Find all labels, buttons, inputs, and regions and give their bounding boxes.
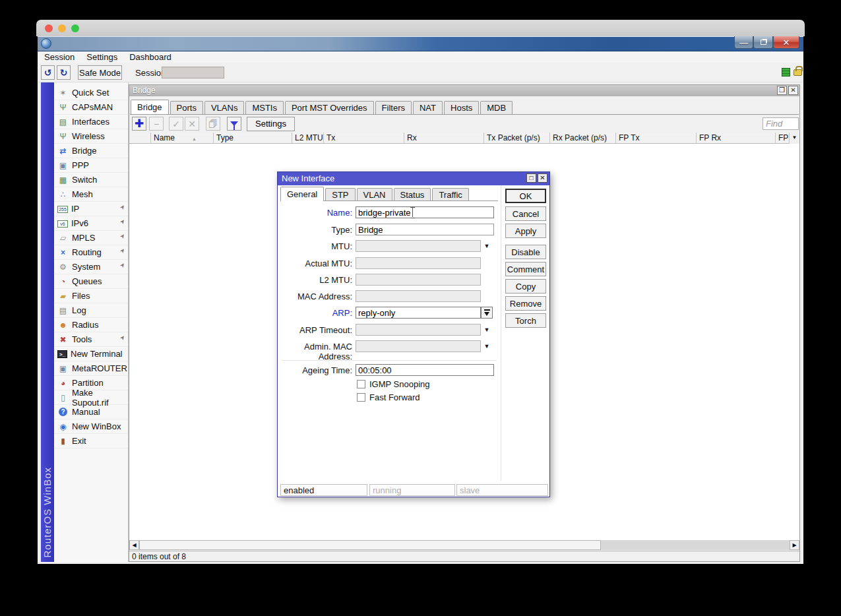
arp-dropdown-button[interactable] (481, 307, 493, 319)
column-tx-packet[interactable]: Tx Packet (p/s) (484, 133, 550, 144)
app-titlebar[interactable] (38, 36, 803, 51)
tab-mdb[interactable]: MDB (480, 101, 513, 114)
column-type[interactable]: Type (214, 133, 292, 144)
minimize-button[interactable]: — (734, 36, 753, 49)
filter-button[interactable] (227, 117, 241, 131)
admin-mac-dropdown-icon[interactable]: ▼ (482, 343, 492, 350)
tab-hosts[interactable]: Hosts (444, 101, 479, 114)
dialog-maximize-button[interactable]: □ (526, 173, 536, 183)
maximize-button[interactable] (753, 36, 773, 49)
macos-close-icon[interactable] (45, 24, 53, 32)
sidebar-item-files[interactable]: ▰Files (54, 289, 128, 303)
macos-zoom-icon[interactable] (71, 24, 79, 32)
column-name[interactable]: Name▲ (151, 133, 214, 144)
column-chooser-button[interactable]: ▼ (789, 133, 799, 144)
sidebar-item-new-terminal[interactable]: >_New Terminal (54, 347, 128, 361)
sidebar-item-bridge[interactable]: ⇄Bridge (54, 144, 128, 158)
remove-item-button[interactable]: − (149, 117, 164, 131)
redo-button[interactable]: ↻ (57, 65, 71, 80)
safe-mode-button[interactable]: Safe Mode (78, 65, 122, 80)
settings-button[interactable]: Settings (247, 117, 295, 131)
scrollbar-thumb[interactable] (139, 540, 601, 550)
tab-port-mst-overrides[interactable]: Port MST Overrides (285, 101, 374, 114)
sidebar-item-wireless[interactable]: ΨWireless (54, 129, 128, 144)
sidebar-item-mesh[interactable]: ∴Mesh (54, 187, 128, 202)
tab-status[interactable]: Status (394, 188, 431, 201)
comment-button[interactable]: Comment (505, 262, 546, 276)
sidebar-item-switch[interactable]: ▦Switch (54, 173, 128, 187)
bridge-restore-button[interactable]: ❐ (777, 86, 787, 95)
actual-mtu-input[interactable] (356, 257, 481, 269)
scroll-left-arrow[interactable]: ◀ (129, 540, 139, 550)
sidebar-item-make-supout[interactable]: ▯Make Supout.rif (54, 390, 128, 405)
disable-item-button[interactable]: ✕ (185, 117, 199, 131)
column-fp-tx[interactable]: FP Tx (616, 133, 697, 144)
sidebar-item-mpls[interactable]: ▱MPLS➤ (54, 231, 128, 245)
bridge-close-button[interactable]: ✕ (788, 86, 798, 95)
admin-mac-input[interactable] (356, 340, 481, 352)
undo-button[interactable]: ↺ (41, 65, 55, 80)
mtu-input[interactable] (356, 240, 481, 252)
sidebar-item-queues[interactable]: ◔Queues (54, 274, 128, 289)
torch-button[interactable]: Torch (505, 313, 546, 328)
arp-timeout-input[interactable] (356, 324, 481, 336)
tab-vlans[interactable]: VLANs (204, 101, 244, 114)
apply-button[interactable]: Apply (505, 224, 546, 238)
tab-filters[interactable]: Filters (375, 101, 412, 114)
menu-dashboard[interactable]: Dashboard (123, 51, 177, 63)
arp-select[interactable] (356, 307, 481, 319)
add-button[interactable]: ✚ (132, 117, 146, 131)
name-input[interactable] (356, 206, 494, 218)
copy-button[interactable]: Copy (505, 279, 546, 293)
tab-traffic[interactable]: Traffic (432, 188, 468, 201)
remove-button[interactable]: Remove (505, 296, 546, 311)
tab-ports[interactable]: Ports (170, 101, 203, 114)
bridge-window-titlebar[interactable]: Bridge (129, 85, 799, 96)
mtu-dropdown-icon[interactable]: ▼ (482, 243, 492, 249)
l2-mtu-input[interactable] (356, 274, 481, 286)
close-button[interactable]: ✕ (773, 36, 799, 49)
column-rx[interactable]: Rx (404, 133, 484, 144)
macos-minimize-icon[interactable] (58, 24, 66, 32)
ok-button[interactable]: OK (505, 189, 546, 203)
sidebar-item-ipv6[interactable]: v6IPv6➤ (54, 216, 128, 231)
igmp-snooping-checkbox[interactable] (357, 380, 365, 388)
sidebar-item-ppp[interactable]: ▣PPP (54, 158, 128, 173)
arp-timeout-dropdown-icon[interactable]: ▼ (482, 326, 492, 333)
sidebar-item-exit[interactable]: ▮Exit (54, 434, 128, 448)
tab-vlan[interactable]: VLAN (357, 188, 392, 201)
tab-stp[interactable]: STP (325, 188, 355, 201)
ageing-time-input[interactable] (356, 364, 494, 376)
menu-session[interactable]: Session (38, 51, 80, 63)
enable-button[interactable]: ✓ (169, 117, 183, 131)
mac-address-input[interactable] (356, 290, 481, 302)
sidebar-item-log[interactable]: ▤Log (54, 303, 128, 318)
dialog-titlebar[interactable]: New Interface (278, 172, 549, 185)
type-input[interactable] (356, 224, 494, 235)
scroll-right-arrow[interactable]: ▶ (790, 540, 799, 550)
tab-nat[interactable]: NAT (413, 101, 443, 114)
find-input[interactable] (763, 117, 799, 130)
sidebar-item-radius[interactable]: ☻Radius (54, 318, 128, 332)
tab-mstis[interactable]: MSTIs (245, 101, 284, 114)
sidebar-item-manual[interactable]: ?Manual (54, 405, 128, 419)
sidebar-item-ip[interactable]: 255IP➤ (54, 202, 128, 216)
sidebar-item-routing[interactable]: ×Routing➤ (54, 245, 128, 260)
tab-general[interactable]: General (280, 187, 324, 201)
comment-button[interactable]: 🗍 (206, 117, 220, 131)
menu-settings[interactable]: Settings (80, 51, 123, 63)
disable-button[interactable]: Disable (505, 245, 546, 259)
dialog-close-button[interactable]: ✕ (538, 173, 547, 183)
sidebar-item-system[interactable]: ⚙System➤ (54, 260, 128, 274)
column-fp-t-truncated[interactable]: FP T (776, 133, 789, 144)
column-l2mtu[interactable]: L2 MTU (292, 133, 324, 144)
column-tx[interactable]: Tx (324, 133, 404, 144)
tab-bridge[interactable]: Bridge (131, 100, 169, 114)
fast-forward-checkbox[interactable] (357, 393, 365, 402)
column-select[interactable] (129, 133, 151, 144)
sidebar-item-capsman[interactable]: ΨCAPsMAN (54, 100, 128, 115)
column-fp-rx[interactable]: FP Rx (697, 133, 776, 144)
sidebar-item-new-winbox[interactable]: ◉New WinBox (54, 419, 128, 434)
sidebar-item-metarouter[interactable]: ▣MetaROUTER (54, 361, 128, 376)
cancel-button[interactable]: Cancel (505, 206, 546, 221)
